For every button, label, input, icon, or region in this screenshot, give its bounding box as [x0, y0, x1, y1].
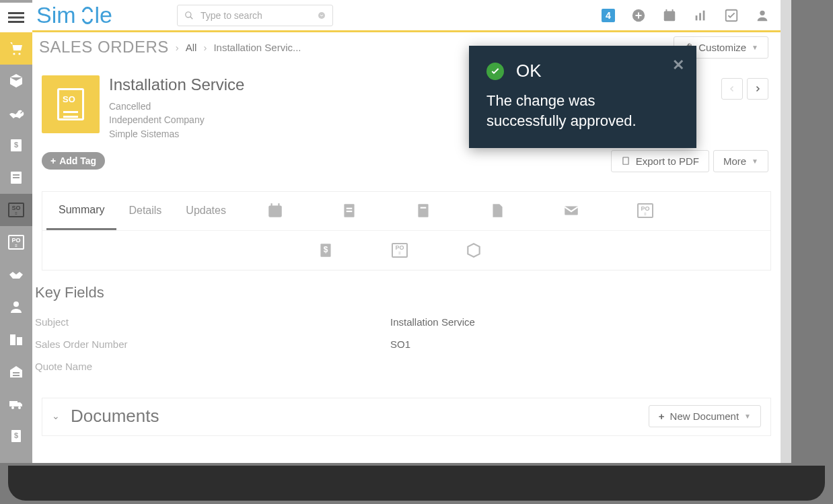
sidebar-item-user[interactable] [0, 291, 32, 323]
logo[interactable]: Sim le [36, 2, 112, 28]
collapse-toggle[interactable]: ⌄ [52, 410, 60, 421]
toast-close-button[interactable]: ✕ [672, 57, 684, 74]
global-search[interactable] [177, 5, 333, 26]
sidebar-item-quote[interactable] [0, 161, 32, 194]
svg-rect-43 [421, 207, 427, 209]
calendar-icon[interactable] [662, 8, 677, 23]
svg-rect-31 [699, 13, 701, 20]
pager-next-button[interactable] [747, 78, 768, 100]
logo-mark-icon [77, 7, 94, 24]
tab-po[interactable]: PO≡ [608, 203, 682, 218]
hand-wrench-icon [8, 105, 24, 121]
svg-point-3 [13, 52, 15, 55]
record-company: Independent Company [109, 113, 244, 127]
key-field-value[interactable]: SO1 [390, 338, 410, 350]
key-field-row: Subject Installation Service [35, 311, 778, 333]
export-pdf-label: Export to PDF [636, 155, 699, 167]
chevron-right-icon [754, 85, 762, 93]
toast-title: OK [516, 61, 542, 81]
svg-point-22 [318, 12, 325, 19]
po-icon: PO≡ [392, 243, 408, 258]
tab-po-2[interactable]: PO≡ [363, 243, 437, 258]
tasks-icon[interactable] [724, 8, 739, 23]
calendar-icon [266, 202, 284, 219]
sidebar-item-cart[interactable] [0, 32, 32, 65]
truck-icon [8, 396, 24, 412]
svg-rect-9 [13, 177, 20, 178]
chart-icon[interactable] [693, 8, 708, 23]
sidebar-item-purchase-order[interactable]: PO≡ [0, 226, 32, 258]
topbar: Sim le 4 [32, 0, 781, 32]
sidebar-item-contacts[interactable] [0, 258, 32, 291]
more-button[interactable]: More ▼ [713, 150, 768, 172]
device-frame-bottom [8, 466, 825, 501]
key-fields-section: Key Fields Subject Installation Service … [32, 271, 781, 377]
notification-count[interactable]: 4 [602, 9, 615, 22]
more-label: More [723, 155, 746, 167]
success-toast: ✕ OK The change was successfully approve… [469, 46, 696, 148]
tab-files[interactable] [460, 202, 534, 219]
tab-details[interactable]: Details [116, 191, 174, 230]
sales-order-doc-icon [57, 88, 84, 120]
plus-icon: + [659, 410, 665, 422]
tab-summary[interactable]: Summary [46, 191, 116, 230]
add-tag-button[interactable]: + Add Tag [42, 152, 105, 170]
sidebar-item-service[interactable] [0, 97, 32, 129]
pager-prev-button[interactable] [721, 78, 743, 100]
breadcrumb-all[interactable]: All [186, 42, 197, 53]
caret-down-icon: ▼ [744, 412, 751, 420]
svg-rect-36 [268, 206, 282, 217]
plus-icon: + [50, 155, 56, 166]
sidebar-item-billing[interactable]: $ [0, 420, 32, 452]
invoice-icon: $ [317, 242, 334, 259]
profile-icon[interactable] [755, 8, 770, 23]
svg-rect-37 [270, 204, 272, 207]
record-type-tile [42, 75, 100, 133]
box-icon [465, 242, 482, 259]
record-pager [721, 78, 768, 100]
sidebar-item-shipping[interactable] [0, 388, 32, 420]
key-field-label: Subject [35, 316, 390, 328]
envelope-icon [563, 202, 580, 219]
tab-notes[interactable] [312, 202, 386, 219]
breadcrumb-section: SALES ORDERS [39, 38, 169, 57]
key-field-row: Sales Order Number SO1 [35, 333, 778, 355]
svg-rect-14 [13, 375, 20, 376]
sidebar-item-package[interactable] [0, 65, 32, 97]
tab-updates[interactable]: Updates [174, 191, 238, 230]
file-icon [488, 202, 506, 219]
svg-rect-38 [278, 204, 279, 207]
po-icon: PO≡ [8, 235, 24, 250]
add-tag-label: Add Tag [59, 155, 96, 166]
export-pdf-button[interactable]: Export to PDF [611, 150, 709, 172]
tab-calendar[interactable] [238, 202, 312, 219]
handshake-icon [8, 266, 24, 283]
chevron-down-icon[interactable] [318, 11, 326, 20]
tab-package-2[interactable] [437, 242, 511, 259]
tab-invoice-2[interactable]: $ [289, 242, 363, 259]
sidebar-item-sales-order[interactable]: SO≡ [0, 194, 32, 226]
tab-quotes[interactable] [386, 202, 460, 219]
sidebar: $ SO≡ PO≡ $ [0, 0, 32, 463]
sidebar-item-invoice[interactable]: $ [0, 129, 32, 161]
add-circle-icon[interactable] [631, 8, 646, 23]
user-icon [8, 299, 24, 315]
search-input[interactable] [201, 10, 311, 21]
search-icon [184, 11, 194, 20]
new-document-button[interactable]: + New Document ▼ [649, 405, 761, 427]
breadcrumb-current: Installation Servic... [213, 42, 301, 53]
caret-down-icon: ▼ [752, 157, 758, 165]
svg-text:$: $ [14, 141, 18, 149]
key-field-value[interactable]: Installation Service [390, 316, 475, 328]
svg-rect-8 [13, 174, 20, 176]
key-field-row: Quote Name [35, 355, 778, 377]
sidebar-item-warehouse[interactable] [0, 355, 32, 388]
record-tabs: Summary Details Updates PO≡ $ PO≡ [42, 191, 771, 271]
sidebar-item-company[interactable] [0, 323, 32, 355]
logo-text-a: Sim [36, 2, 76, 28]
menu-toggle[interactable] [0, 3, 32, 32]
notes-icon [340, 202, 358, 219]
toast-message: The change was successfully approved. [486, 91, 679, 131]
svg-point-17 [18, 406, 21, 409]
tab-email[interactable] [534, 202, 608, 219]
